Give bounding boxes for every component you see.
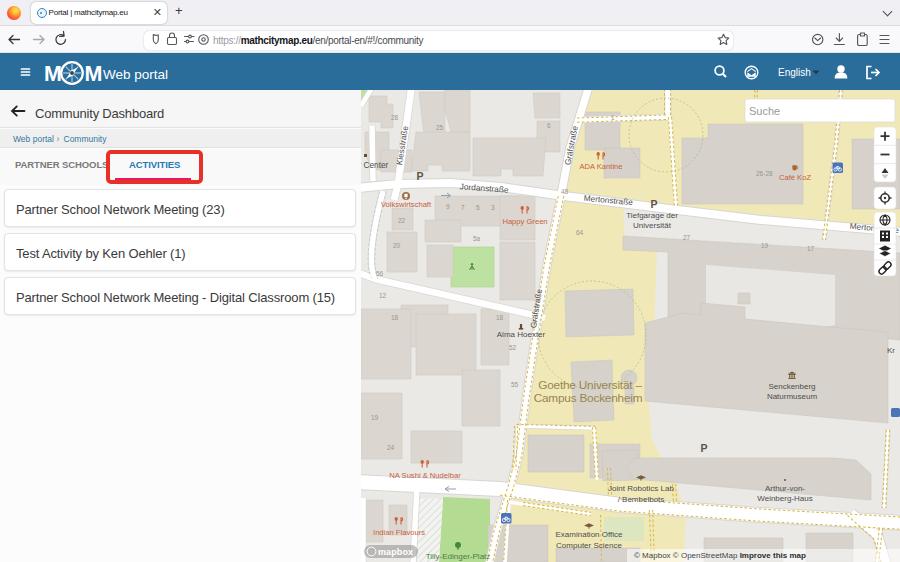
- svg-text:Examination Office: Examination Office: [556, 530, 624, 539]
- svg-text:5: 5: [476, 204, 480, 211]
- svg-text:6: 6: [547, 122, 551, 129]
- svg-text:19: 19: [761, 242, 769, 249]
- svg-text:Kr: Kr: [887, 346, 895, 355]
- svg-text:26-28: 26-28: [756, 170, 773, 177]
- svg-text:Universität: Universität: [633, 221, 672, 230]
- svg-text:48: 48: [561, 188, 569, 195]
- svg-text:Arthur-von-: Arthur-von-: [765, 484, 805, 493]
- svg-text:17: 17: [807, 245, 815, 252]
- svg-text:12: 12: [379, 292, 387, 299]
- svg-text:Happy Green: Happy Green: [502, 217, 547, 226]
- svg-text:20: 20: [393, 242, 401, 249]
- svg-text:Computer Science: Computer Science: [556, 541, 622, 550]
- svg-text:18: 18: [391, 314, 399, 321]
- svg-text:Campus Bockenheim: Campus Bockenheim: [534, 391, 643, 405]
- svg-text:Tilly-Edinger-Platz: Tilly-Edinger-Platz: [426, 552, 491, 561]
- svg-text:Volkswirtschaft: Volkswirtschaft: [381, 200, 432, 209]
- svg-text:Café KoZ: Café KoZ: [779, 173, 811, 182]
- svg-text:P: P: [650, 198, 657, 210]
- svg-text:19: 19: [371, 414, 379, 421]
- svg-text:Indian Flavours: Indian Flavours: [373, 528, 425, 537]
- svg-text:M: M: [44, 62, 62, 86]
- svg-text:Naturmuseum: Naturmuseum: [767, 392, 818, 401]
- svg-text:28: 28: [391, 114, 399, 121]
- svg-text:24: 24: [387, 444, 395, 451]
- svg-text:M: M: [85, 62, 103, 86]
- svg-text:9: 9: [446, 203, 450, 210]
- svg-text:56: 56: [376, 270, 384, 277]
- svg-text:55: 55: [511, 381, 519, 388]
- svg-text:52: 52: [509, 344, 517, 351]
- svg-text:25: 25: [436, 124, 444, 131]
- svg-text:English: English: [778, 67, 811, 78]
- svg-text:3: 3: [491, 204, 495, 211]
- svg-text:22: 22: [398, 217, 406, 224]
- svg-text:/ Bembelbots: / Bembelbots: [618, 495, 665, 504]
- svg-text:© Mapbox © OpenStreetMap Impro: © Mapbox © OpenStreetMap Improve this ma…: [634, 551, 806, 560]
- svg-text:Weinberg-Haus: Weinberg-Haus: [757, 494, 812, 503]
- svg-text:Tiefgarage der: Tiefgarage der: [626, 211, 678, 220]
- svg-text:18: 18: [496, 314, 504, 321]
- svg-text:Web portal: Web portal: [103, 67, 168, 82]
- svg-text:mapbox: mapbox: [378, 547, 413, 557]
- svg-text:Joint Robotics Lab: Joint Robotics Lab: [608, 484, 674, 493]
- svg-text:1: 1: [611, 114, 615, 121]
- svg-text:P: P: [700, 442, 707, 454]
- svg-text:ADA Kantine: ADA Kantine: [579, 162, 622, 171]
- svg-text:y Center: y Center: [361, 160, 389, 170]
- svg-text:7: 7: [461, 204, 465, 211]
- svg-text:64: 64: [576, 229, 584, 236]
- svg-text:NA Sushi & Nudelbar: NA Sushi & Nudelbar: [389, 471, 461, 480]
- svg-text:5a: 5a: [473, 235, 481, 242]
- svg-text:Senckenberg: Senckenberg: [768, 382, 815, 391]
- svg-text:Alma Hoexter: Alma Hoexter: [497, 330, 546, 339]
- svg-text:Suche: Suche: [749, 105, 780, 117]
- svg-text:27: 27: [683, 234, 691, 241]
- svg-text:P: P: [416, 170, 423, 182]
